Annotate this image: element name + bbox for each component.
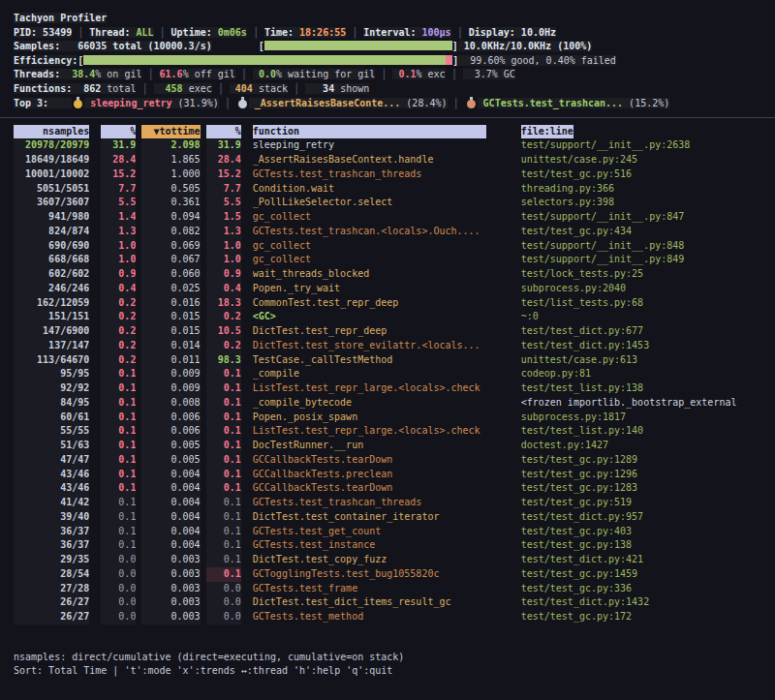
column-header-file-line[interactable]: file:line	[521, 125, 574, 139]
cell-function: GCTests.test_frame	[253, 582, 486, 596]
table-row[interactable]: 29/350.00.0030.1DictTest.test_copy_fuzzt…	[14, 553, 775, 567]
table-row[interactable]: 36/370.10.0040.1GCTests.test_get_countte…	[14, 525, 775, 539]
cell-file-line: unittest/case.py:245	[521, 153, 775, 167]
cell-function: CommonTest.test_repr_deep	[253, 296, 486, 311]
cell-nsamples: 20978/20979	[14, 138, 89, 153]
cell-file-line: test/support/__init__.py:2638	[521, 138, 775, 153]
cell-total-pct: 0.1	[206, 567, 241, 582]
bronze-medal-icon	[467, 97, 476, 108]
table-row[interactable]: 246/2460.40.0250.4Popen._try_waitsubproc…	[14, 282, 775, 296]
cell-file-line: test/test_dict.py:421	[521, 553, 775, 567]
table-row[interactable]: 36/370.10.0040.1GCTests.test_instancetes…	[14, 538, 775, 553]
table-row[interactable]: 5051/50517.70.5057.7Condition.waitthread…	[14, 182, 775, 197]
cell-nsamples: 39/40	[14, 510, 89, 525]
cell-nsamples: 95/95	[14, 367, 89, 381]
app-title-line: Tachyon Profiler	[14, 12, 775, 26]
cell-own-pct: 0.0	[101, 567, 136, 582]
table-row[interactable]: 39/400.10.0040.1DictTest.test_container_…	[14, 510, 775, 525]
table-row[interactable]: 26/270.00.0030.0GCTests.test_methodtest/…	[14, 610, 775, 624]
table-row[interactable]: 28/540.00.0030.1GCTogglingTests.test_bug…	[14, 567, 775, 582]
cell-tottime: 0.015	[141, 310, 200, 324]
cell-total-pct: 0.1	[206, 468, 241, 482]
cell-nsamples: 47/47	[14, 453, 89, 468]
column-header-total-pct[interactable]: %	[206, 125, 241, 139]
table-row[interactable]: 84/950.10.0080.1_compile_bytecode<frozen…	[14, 396, 775, 411]
cell-own-pct: 1.0	[101, 253, 136, 267]
cell-file-line: subprocess.py:1817	[521, 411, 775, 425]
cell-total-pct: 1.5	[206, 210, 241, 225]
cell-tottime: 0.094	[141, 210, 200, 225]
cell-total-pct: 0.1	[206, 510, 241, 525]
table-row[interactable]: 43/460.10.0040.1GCCallbackTests.preclean…	[14, 468, 775, 482]
thread-label: Thread:	[89, 27, 136, 38]
cell-total-pct: 1.3	[206, 225, 241, 239]
stack-count: 404	[230, 83, 253, 94]
cell-file-line: test/test_dict.py:677	[521, 324, 775, 339]
efficiency-bar-good-fill	[83, 55, 445, 65]
table-row[interactable]: 27/280.00.0030.0GCTests.test_frametest/t…	[14, 582, 775, 596]
cell-own-pct: 0.1	[101, 468, 136, 482]
table-row[interactable]: 60/610.10.0060.1Popen._posix_spawnsubpro…	[14, 411, 775, 425]
table-row[interactable]: 147/69000.20.01510.5DictTest.test_repr_d…	[14, 324, 775, 339]
table-row[interactable]: 51/630.10.0050.1DocTestRunner.__rundocte…	[14, 439, 775, 453]
table-row[interactable]: 10001/1000215.21.00015.2GCTests.test_tra…	[14, 167, 775, 182]
cell-file-line: test/test_gc.py:138	[521, 538, 775, 553]
gold-medal-icon	[74, 97, 82, 108]
cell-own-pct: 5.5	[101, 196, 136, 210]
table-row[interactable]: 602/6020.90.0600.9wait_threads_blockedte…	[14, 267, 775, 282]
cell-file-line: test/test_gc.py:172	[521, 610, 775, 624]
column-header-own-pct[interactable]: %	[101, 125, 136, 139]
table-row[interactable]: 113/646700.20.01198.3TestCase._callTestM…	[14, 353, 775, 368]
column-header-nsamples[interactable]: nsamples	[14, 125, 89, 139]
cell-file-line: subprocess.py:2040	[521, 282, 775, 296]
cell-nsamples: 602/602	[14, 267, 89, 282]
cell-tottime: 0.011	[141, 353, 200, 368]
table-row[interactable]: 941/9801.40.0941.5gc_collecttest/support…	[14, 210, 775, 225]
cell-own-pct: 0.1	[101, 381, 136, 396]
top2-function: _AssertRaisesBaseConte...	[255, 98, 401, 108]
cell-total-pct: 15.2	[206, 167, 241, 182]
cell-total-pct: 98.3	[206, 353, 241, 368]
separator-line	[14, 110, 775, 125]
table-row[interactable]: 151/1510.20.0150.2<GC>~:0	[14, 310, 775, 324]
cell-total-pct: 5.5	[206, 196, 241, 210]
cell-own-pct: 0.1	[101, 496, 136, 510]
cell-total-pct: 18.3	[206, 296, 241, 311]
table-row[interactable]: 3607/36075.50.3615.5_PollLikeSelector.se…	[14, 196, 775, 210]
cell-nsamples: 27/28	[14, 582, 89, 596]
cell-file-line: doctest.py:1427	[521, 439, 775, 453]
table-row[interactable]: 137/1470.20.0140.2DictTest.test_store_ev…	[14, 339, 775, 353]
table-row[interactable]: 20978/2097931.92.09831.9sleeping_retryte…	[14, 138, 775, 153]
table-row[interactable]: 18649/1864928.41.86528.4_AssertRaisesBas…	[14, 153, 775, 167]
cell-own-pct: 0.1	[101, 411, 136, 425]
column-header-tottime-sorted[interactable]: ▼tottime	[141, 125, 200, 139]
efficiency-bar	[83, 55, 452, 65]
footer: nsamples: direct/cumulative (direct=exec…	[14, 651, 775, 679]
table-row[interactable]: 668/6681.00.0671.0gc_collecttest/support…	[14, 253, 775, 267]
cell-tottime: 0.004	[141, 496, 200, 510]
cell-function: DictTest.test_store_evilattr.<locals...	[253, 339, 486, 353]
table-row[interactable]: 824/8741.30.0821.3GCTests.test_trashcan.…	[14, 225, 775, 239]
cell-function: gc_collect	[253, 253, 486, 267]
cell-function: GCTests.test_get_count	[253, 525, 486, 539]
cell-own-pct: 0.2	[101, 339, 136, 353]
cell-total-pct: 0.0	[206, 610, 241, 624]
table-row[interactable]: 43/460.10.0040.1GCCallbackTests.tearDown…	[14, 481, 775, 496]
table-row[interactable]: 47/470.10.0050.1GCCallbackTests.tearDown…	[14, 453, 775, 468]
cell-tottime: 0.006	[141, 411, 200, 425]
cell-tottime: 0.361	[141, 196, 200, 210]
table-row[interactable]: 55/550.10.0060.1ListTest.test_repr_large…	[14, 424, 775, 439]
table-row[interactable]: 690/6901.00.0691.0gc_collecttest/support…	[14, 239, 775, 254]
cell-file-line: test/test_gc.py:1283	[521, 481, 775, 496]
table-row[interactable]: 41/420.10.0040.1GCTests.test_trashcan_th…	[14, 496, 775, 510]
table-row[interactable]: 26/270.00.0030.0DictTest.test_dict_items…	[14, 595, 775, 610]
cell-tottime: 0.003	[141, 595, 200, 610]
cell-own-pct: 0.0	[101, 595, 136, 610]
table-row[interactable]: 162/120590.20.01618.3CommonTest.test_rep…	[14, 296, 775, 311]
cell-function: Condition.wait	[253, 182, 486, 197]
column-header-function[interactable]: function	[253, 125, 486, 139]
table-row[interactable]: 92/920.10.0090.1ListTest.test_repr_large…	[14, 381, 775, 396]
display-label: Display:	[469, 27, 521, 38]
cell-function: GCTogglingTests.test_bug1055820c	[253, 567, 486, 582]
table-row[interactable]: 95/950.10.0090.1_compilecodeop.py:81	[14, 367, 775, 381]
